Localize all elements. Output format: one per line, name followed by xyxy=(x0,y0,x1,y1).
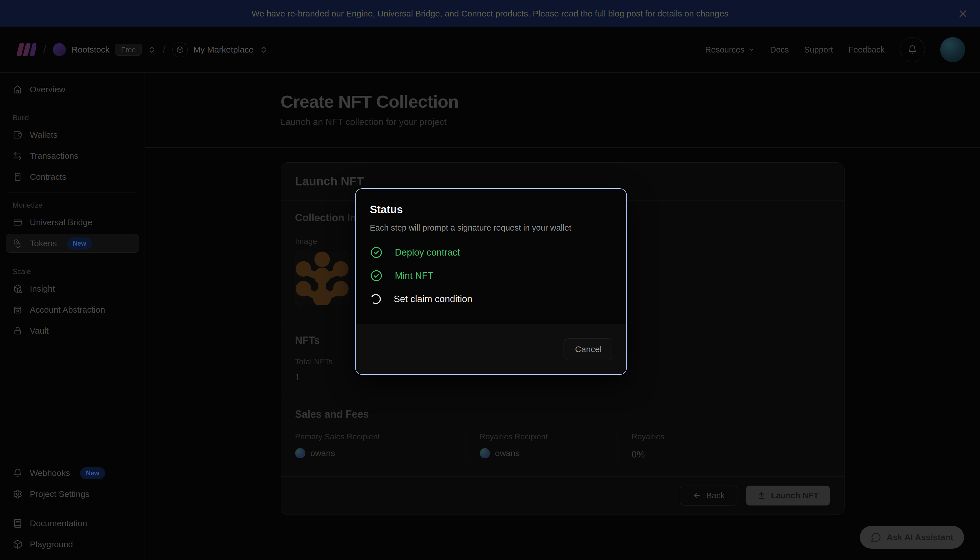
sidebar-item-label: Webhooks xyxy=(30,468,70,478)
sidebar-item-label: Tokens xyxy=(30,238,57,248)
nav-support[interactable]: Support xyxy=(804,45,833,55)
nav-resources[interactable]: Resources xyxy=(705,45,755,55)
sales-fees-section: Sales and Fees Primary Sales Recipient o… xyxy=(281,397,844,476)
launch-nft-button[interactable]: Launch NFT xyxy=(746,486,830,505)
royalties-recipient-column: Royalties Recipient owans xyxy=(465,432,618,460)
total-nfts-cell: Total NFTs 1 xyxy=(295,357,360,383)
chat-bubble-icon xyxy=(871,532,882,543)
project-name: Rootstock xyxy=(72,45,109,55)
step-deploy-contract: Deploy contract xyxy=(370,246,612,259)
sidebar-item-vault[interactable]: Vault xyxy=(6,322,139,340)
cancel-button[interactable]: Cancel xyxy=(563,338,613,360)
team-selector[interactable]: My Marketplace xyxy=(172,42,268,57)
notifications-button[interactable] xyxy=(900,37,925,62)
check-circle-icon xyxy=(370,269,383,282)
page-title-band: Create NFT Collection Launch an NFT coll… xyxy=(145,73,980,148)
sidebar-item-label: Playground xyxy=(30,540,73,549)
sidebar-item-transactions[interactable]: Transactions xyxy=(6,147,139,165)
sidebar-item-universal-bridge[interactable]: Universal Bridge xyxy=(6,213,139,232)
total-nfts-label: Total NFTs xyxy=(295,357,333,366)
sidebar-item-label: Documentation xyxy=(30,518,87,528)
column-label: Royalties xyxy=(632,432,711,441)
sidebar-item-documentation[interactable]: Documentation xyxy=(6,514,139,533)
user-avatar[interactable] xyxy=(940,37,965,62)
sidebar-item-label: Contracts xyxy=(30,172,66,182)
top-header: / Rootstock Free / My Marketplace Resour… xyxy=(0,27,980,72)
project-avatar xyxy=(53,43,66,56)
new-badge: New xyxy=(67,237,92,250)
banner-message: We have re-branded our Engine, Universal… xyxy=(252,9,728,18)
wallet-icon xyxy=(13,130,22,140)
arrow-left-icon xyxy=(693,491,701,500)
bridge-card-icon xyxy=(13,218,22,227)
sidebar-item-label: Vault xyxy=(30,326,48,336)
step-list: Deploy contract Mint NFT Set claim condi… xyxy=(370,246,612,306)
sidebar-item-project-settings[interactable]: Project Settings xyxy=(6,485,139,503)
sidebar-item-contracts[interactable]: Contracts xyxy=(6,168,139,186)
royalties-column: Royalties 0% xyxy=(618,432,711,460)
plan-badge: Free xyxy=(115,44,142,56)
new-badge: New xyxy=(80,467,105,479)
rebrand-banner: We have re-branded our Engine, Universal… xyxy=(0,0,980,27)
package-search-icon xyxy=(13,284,22,293)
contract-icon xyxy=(13,172,22,182)
launch-nft-button-label: Launch NFT xyxy=(771,491,819,500)
back-button-label: Back xyxy=(706,491,724,500)
sidebar-item-wallets[interactable]: Wallets xyxy=(6,125,139,144)
bell-icon xyxy=(908,45,917,55)
sales-fees-heading: Sales and Fees xyxy=(295,408,830,420)
sidebar-item-account-abstraction[interactable]: Account Abstraction xyxy=(6,300,139,319)
ask-ai-assistant-button[interactable]: Ask AI Assistant xyxy=(860,526,964,548)
recipient-avatar xyxy=(295,448,305,458)
primary-sales-column: Primary Sales Recipient owans xyxy=(295,432,465,460)
chevron-down-icon xyxy=(748,46,755,53)
sidebar-item-label: Universal Bridge xyxy=(30,218,92,227)
close-icon[interactable] xyxy=(957,7,969,20)
sidebar-item-label: Project Settings xyxy=(30,489,90,499)
total-nfts-value: 1 xyxy=(295,372,333,383)
breadcrumb-separator: / xyxy=(163,44,166,56)
sidebar-item-overview[interactable]: Overview xyxy=(6,80,139,99)
lock-icon xyxy=(13,326,22,336)
ask-ai-assistant-label: Ask AI Assistant xyxy=(887,532,953,542)
sidebar-item-webhooks[interactable]: Webhooks New xyxy=(6,464,139,482)
bell-icon xyxy=(13,468,22,478)
sidebar-section-build: Build xyxy=(6,109,139,125)
sidebar-item-label: Transactions xyxy=(30,151,78,161)
sidebar: Overview Build Wallets Transactions Cont… xyxy=(0,72,145,560)
divider xyxy=(8,105,137,105)
dialog-footer: Cancel xyxy=(356,324,627,374)
sidebar-item-playground[interactable]: Playground xyxy=(6,535,139,554)
cube-icon xyxy=(13,540,22,549)
card-title: Launch NFT xyxy=(295,175,830,188)
dialog-subtitle: Each step will prompt a signature reques… xyxy=(370,223,612,233)
step-label: Mint NFT xyxy=(395,270,433,281)
divider xyxy=(8,259,137,259)
back-button[interactable]: Back xyxy=(680,486,737,505)
nav-docs[interactable]: Docs xyxy=(770,45,789,55)
check-circle-icon xyxy=(370,246,383,259)
nav-resources-label: Resources xyxy=(705,45,745,55)
gear-icon xyxy=(13,489,22,499)
sidebar-spacer xyxy=(6,342,139,464)
divider xyxy=(8,510,137,510)
thirdweb-logo-icon[interactable] xyxy=(15,42,37,58)
royalties-value: 0% xyxy=(632,449,711,460)
step-label: Set claim condition xyxy=(394,293,472,304)
sidebar-section-scale: Scale xyxy=(6,263,139,280)
sidebar-item-tokens[interactable]: Tokens New xyxy=(6,234,139,253)
nav-feedback[interactable]: Feedback xyxy=(848,45,885,55)
column-label: Royalties Recipient xyxy=(480,432,618,441)
project-selector[interactable]: Rootstock Free xyxy=(53,43,156,56)
sidebar-item-insight[interactable]: Insight xyxy=(6,280,139,298)
recipient-name: owans xyxy=(310,448,335,458)
nft-collection-image xyxy=(295,251,349,305)
coins-icon xyxy=(13,238,22,248)
sidebar-item-label: Overview xyxy=(30,85,65,94)
chevrons-up-down-icon xyxy=(147,45,156,54)
page-subtitle: Launch an NFT collection for your projec… xyxy=(281,117,845,127)
sidebar-item-label: Account Abstraction xyxy=(30,305,105,315)
marketplace-cube-icon xyxy=(172,42,188,57)
team-name: My Marketplace xyxy=(193,45,254,55)
step-set-claim-condition: Set claim condition xyxy=(370,292,612,306)
